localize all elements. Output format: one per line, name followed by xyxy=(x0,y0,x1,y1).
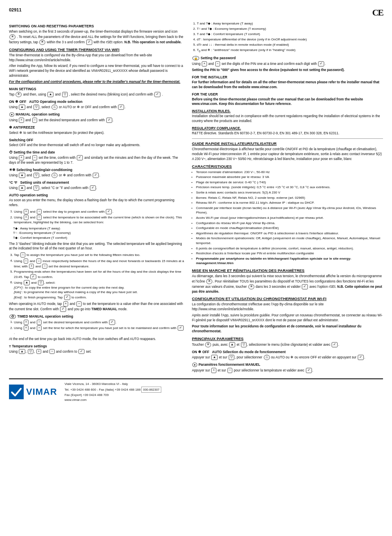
section2-p3: For the configuration and control proced… xyxy=(9,80,185,85)
auto-step-3: Tap ↑ to assign the temperature you have… xyxy=(14,252,185,258)
down-btn3: ▽ xyxy=(33,185,39,191)
manuel-fr-p: Appuyer sur + et sur − pour sélectionner… xyxy=(192,368,383,373)
on-off-fr-p: Appuyer sur ▲ et sur ▽, pour sélectionne… xyxy=(192,355,383,360)
auto-p3: When operating in AUTO mode, tap + and −… xyxy=(9,301,185,312)
section2-p1: The timer-thermostat is configured via t… xyxy=(9,53,185,63)
confirm-btn11: ✓ xyxy=(109,320,115,325)
vimar-checkmark-icon xyxy=(10,386,22,398)
fr-minus-btn: − xyxy=(227,368,232,373)
confirm-btn9: ✓ xyxy=(64,295,70,300)
plus-btn9: + xyxy=(36,349,41,354)
mise-icon2: ☀ xyxy=(248,284,254,289)
minus-btn7: − xyxy=(37,320,42,325)
caract-title: CARACTÉRISTIQUES xyxy=(192,164,383,169)
fr-confirm-btn: ✓ xyxy=(332,342,338,347)
time-date-p: Using + and − set the time, confirm with… xyxy=(9,155,185,165)
reset-icon: ☀ xyxy=(39,40,45,45)
confirm-btn13: ✓ xyxy=(78,349,85,354)
col-left: SWITCHING ON AND RESETTING PARAMETERS Wh… xyxy=(9,21,185,374)
phone-box: 000-862307 xyxy=(141,387,161,393)
switching-off-title: Switching OFF xyxy=(9,138,185,142)
confirm-btn5: ✓ xyxy=(93,173,99,178)
on-off-title: ON ❄ OFF AUTO Operating mode selection xyxy=(9,100,185,104)
guide-p1: Chronothermostat électronique à afficheu… xyxy=(192,147,383,162)
plus-btn: + xyxy=(19,118,24,123)
password-icon: 🔒 xyxy=(192,56,199,60)
temp-list: T and T◆ : Away temperature (T away) T↑ … xyxy=(192,21,383,53)
section2-p2: After installing the App, follow its wiz… xyxy=(9,64,185,78)
minus-btn3: − xyxy=(37,209,42,214)
tap-icon: ☀ xyxy=(16,92,22,97)
caract-item-4: Précision mesure temp. (sonde intégrée):… xyxy=(196,185,383,190)
down-icon: ▽ xyxy=(33,105,39,110)
confirm-btn3: ✓ xyxy=(106,118,112,123)
config-p2: Après avoir installé l'App, suivre la pr… xyxy=(192,313,383,323)
select-heat-title: ☀❄ Selecting heating/air-conditioning xyxy=(9,168,185,172)
up-icon: ▲ xyxy=(19,105,25,110)
plus-btn10: + xyxy=(202,61,207,67)
footer-web: www.vimar.com xyxy=(65,398,161,403)
mise-confirm: ✓ xyxy=(302,284,308,289)
main-settings-p: Tap ☀ and then, using ▲ and ▽ , select t… xyxy=(9,92,185,97)
fr-heat-icon: ♨ xyxy=(264,355,270,360)
auto-step-2: Using + and − select the temperature to … xyxy=(14,215,185,225)
mise-icon: ☀ xyxy=(206,279,212,284)
fr-confirm-btn3: ✓ xyxy=(306,368,312,373)
manual-p: Using + and − set the desired temperatur… xyxy=(9,118,185,123)
caract-list: Tension nominale d'alimentation: 230 V~,… xyxy=(192,170,383,266)
main-columns: SWITCHING ON AND RESETTING PARAMETERS Wh… xyxy=(9,21,383,374)
confirm-btn10: ✓ xyxy=(60,307,66,312)
timed-title: ⏱ TIMED MANUAL operation setting xyxy=(9,314,185,319)
config-title: CONFIGURATION ET UTILISATION DU CHRONOTH… xyxy=(192,296,383,301)
main-settings-title: MAIN SETTINGS xyxy=(9,87,185,91)
section1-p1: When switching on, in the first 3 second… xyxy=(9,29,185,45)
footer: VIMAR Viale Vicenza, 14 - 36063 Marostic… xyxy=(9,378,383,402)
timed-steps-list: Using + and − set the desired temperatur… xyxy=(9,320,185,336)
plus-btn6: + xyxy=(63,301,68,307)
caract-item-1: Tension nominale d'alimentation: 230 V~,… xyxy=(196,170,383,175)
caract-item-2: Puissance maximale absorbée par le résea… xyxy=(196,175,383,180)
select-heat-p: Using ▲ and ▽, select ♨ or ❄ and confirm… xyxy=(9,173,185,178)
confirm-btn6: ✓ xyxy=(90,185,96,191)
minus-btn10: − xyxy=(215,61,220,67)
timed-step-1: Using + and − set the desired temperatur… xyxy=(14,320,185,325)
ce-mark: CE xyxy=(372,7,383,18)
installation-title: INSTALLATION RULES. xyxy=(192,109,383,113)
wifi-icon: ☀ xyxy=(9,34,16,40)
manual-title: ♦ MANUAL operation setting xyxy=(9,112,185,117)
confirm-btn8: ✓ xyxy=(30,274,36,280)
principaux-title: PRINCIPAUX PARAMÈTRES xyxy=(192,336,383,341)
fr-plus-btn: + xyxy=(211,368,216,373)
confirm-btn12: ✓ xyxy=(178,325,184,331)
password-p1: Using + and − set the digits of the PIN … xyxy=(192,61,383,67)
caract-item-13: Modes de fonctionnement opérationnels: O… xyxy=(196,236,383,245)
up-btn6: ▲ xyxy=(19,349,25,354)
for-installer-p1: For further information and for details … xyxy=(192,80,383,90)
caract-item-6: Bornes: Relais C, Relais NF, Relais NO, … xyxy=(196,196,383,200)
vimar-logo: VIMAR xyxy=(9,385,57,399)
top-header: 02911 CE xyxy=(9,7,383,18)
caract-item-11: Configurable en mode chauffage/climatisa… xyxy=(196,226,383,231)
up-btn5: ▲ xyxy=(24,280,30,285)
auto-step-6: Using ▲ and ▽, select: [CPY] : to copy t… xyxy=(14,280,185,300)
plus-btn3: + xyxy=(24,209,29,214)
manual-icon: ♦ xyxy=(9,112,14,117)
confirm-btn2: ✓ xyxy=(154,92,160,97)
fr-confirm-btn2: ✓ xyxy=(358,355,364,360)
page: 02911 CE SWITCHING ON AND RESETTING PARA… xyxy=(0,0,392,536)
timed-icon: ⏱ xyxy=(9,314,16,319)
temp-item-5: dTr and ↓↓ : thermal delta in remote red… xyxy=(197,42,383,47)
fr-down-btn2: ▽ xyxy=(229,355,234,360)
auto-title: AUTO operation setting xyxy=(9,193,185,197)
guide-title: GUIDE RAPIDE INSTALLATEUR/UTILISATEUR xyxy=(192,141,383,146)
minus-btn8: − xyxy=(37,325,42,331)
auto-step-4: Using ↑ and ↓ move respectively between … xyxy=(14,258,185,269)
confirm-icon: ✓ xyxy=(118,105,124,110)
principaux-p1: Toucher ☀ puis, avec ▲ et ▽, sélectionne… xyxy=(192,342,383,347)
auto-step-5: Programming ends when the temperatures h… xyxy=(14,269,185,279)
minus-btn5: − xyxy=(42,264,47,269)
fr-manual-icon: ♦ xyxy=(192,363,197,367)
caract-item-8: Commandé par interface locale (écran tac… xyxy=(196,206,383,215)
temp-item-2: T↑ and T◆ : Economy temperature (T econo… xyxy=(197,27,383,31)
fr-up-btn2: ▲ xyxy=(211,355,217,360)
